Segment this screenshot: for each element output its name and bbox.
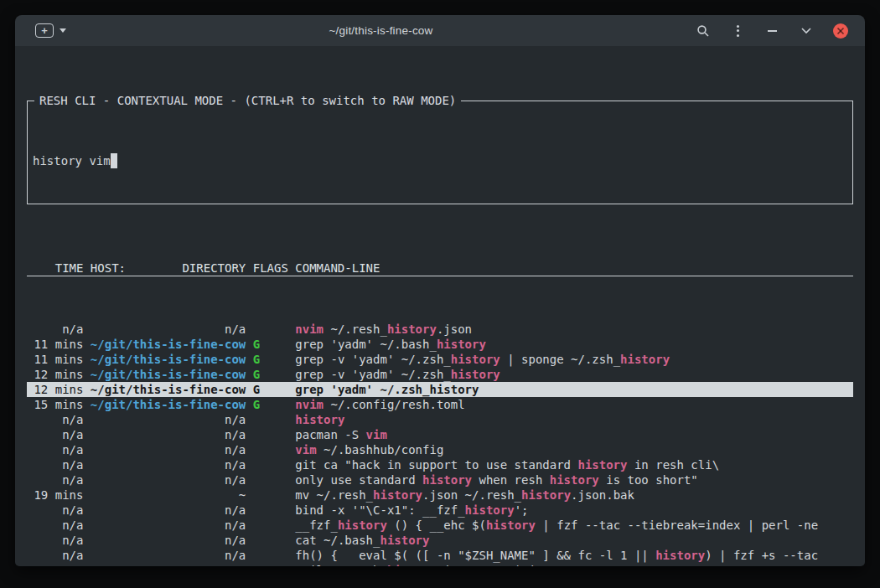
- text-segment: history: [486, 518, 536, 532]
- text-segment: history: [338, 518, 387, 532]
- text-segment: git ca "hack in support to use standard: [295, 458, 577, 472]
- resh-mode-legend: RESH CLI - CONTEXTUAL MODE - (CTRL+R to …: [34, 93, 461, 108]
- text-segment: [253, 488, 296, 502]
- text-segment: n/a: [27, 503, 91, 517]
- search-icon[interactable]: [696, 23, 711, 39]
- text-segment: nvim: [295, 322, 324, 336]
- window-title: ~/git/this-is-fine-cow: [66, 24, 696, 37]
- history-row[interactable]: n/a n/a __fzf_history () { __ehc $(histo…: [27, 518, 853, 533]
- text-segment: n/a: [91, 518, 253, 532]
- text-segment: n/a: [91, 458, 253, 472]
- text-segment: 11 mins: [27, 338, 91, 351]
- text-segment: 11 mins: [27, 353, 91, 366]
- text-segment: 19 mins: [27, 488, 91, 502]
- menu-kebab-icon[interactable]: [730, 23, 745, 39]
- terminal-content: RESH CLI - CONTEXTUAL MODE - (CTRL+R to …: [15, 46, 865, 566]
- history-row[interactable]: n/a n/a git ca "hack in support to use s…: [27, 457, 853, 472]
- history-row[interactable]: n/a n/a tail ~/.resh_history.json -n 1 |…: [27, 563, 853, 566]
- history-row[interactable]: n/a n/a bind -x '"\C-x1": __fzf_history'…: [27, 503, 853, 518]
- history-row[interactable]: 12 mins ~/git/this-is-fine-cow G grep -v…: [27, 367, 853, 382]
- text-segment: grep 'yadm' ~/.zsh_history: [295, 383, 479, 396]
- text-segment: vim: [295, 443, 316, 456]
- titlebar-left-controls: +: [35, 23, 66, 38]
- text-segment: n/a: [27, 534, 91, 547]
- text-segment: history: [577, 458, 627, 472]
- text-segment: | sponge ~/.zsh_: [500, 353, 620, 366]
- text-segment: history: [620, 353, 670, 366]
- text-segment: 12 mins: [27, 383, 91, 396]
- text-segment: .json: [437, 322, 472, 336]
- text-segment: n/a: [27, 443, 91, 456]
- plus-icon: +: [41, 25, 48, 36]
- text-segment: mv ~/.resh_: [295, 488, 373, 502]
- history-row[interactable]: n/a n/a cat ~/.bash_history: [27, 533, 853, 548]
- history-row[interactable]: n/a n/a pacman -S vim: [27, 427, 853, 442]
- text-segment: cat ~/.bash_: [295, 534, 380, 547]
- text-segment: history: [387, 322, 437, 336]
- text-segment: ~/git/this-is-fine-cow: [91, 398, 253, 411]
- text-segment: G: [253, 338, 296, 351]
- text-segment: n/a: [27, 428, 91, 441]
- text-segment: | fzf --tac --tiebreak=index | perl -ne: [536, 518, 818, 532]
- text-segment: n/a: [91, 549, 253, 562]
- titlebar[interactable]: + ~/git/this-is-fine-cow: [15, 15, 865, 46]
- text-segment: vim: [366, 428, 387, 441]
- text-segment: grep -v 'yadm' ~/.zsh_: [295, 368, 450, 381]
- text-segment: [253, 549, 296, 562]
- resh-search-box[interactable]: RESH CLI - CONTEXTUAL MODE - (CTRL+R to …: [27, 101, 853, 204]
- history-row[interactable]: 19 mins ~ mv ~/.resh_history.json ~/.res…: [27, 487, 853, 503]
- text-segment: n/a: [91, 428, 253, 441]
- text-segment: history: [380, 534, 429, 547]
- chevron-down-icon[interactable]: [60, 28, 66, 33]
- history-row[interactable]: n/a n/a nvim ~/.resh_history.json: [27, 322, 853, 337]
- text-segment: n/a: [27, 549, 91, 562]
- history-row[interactable]: n/a n/a only use standard history when r…: [27, 472, 853, 487]
- text-segment: history: [465, 503, 515, 517]
- search-input[interactable]: history vim: [33, 153, 847, 168]
- text-segment: in resh cli\: [627, 458, 719, 472]
- text-segment: ~/.config/resh.toml: [324, 398, 465, 411]
- text-segment: 12 mins: [27, 368, 91, 381]
- text-segment: ~/git/this-is-fine-cow: [91, 383, 253, 396]
- text-segment: bind -x '"\C-x1": __fzf_: [295, 503, 464, 517]
- titlebar-right-controls: [696, 23, 848, 39]
- text-segment: [253, 564, 296, 566]
- text-segment: [253, 413, 296, 426]
- history-row[interactable]: n/a n/a fh() { eval $( ([ -n "$ZSH_NAME"…: [27, 548, 853, 563]
- text-segment: [253, 473, 296, 487]
- search-query-text: history vim: [33, 153, 111, 168]
- text-segment: ) | fzf +s --tac: [705, 549, 818, 562]
- text-segment: ~/git/this-is-fine-cow: [91, 353, 253, 366]
- text-segment: [253, 428, 296, 441]
- text-segment: ';: [515, 503, 529, 517]
- text-segment: history: [550, 473, 599, 487]
- history-row[interactable]: 11 mins ~/git/this-is-fine-cow G grep 'y…: [27, 337, 853, 352]
- history-row[interactable]: n/a n/a vim ~/.bashhub/config: [27, 442, 853, 457]
- history-row[interactable]: 11 mins ~/git/this-is-fine-cow G grep -v…: [27, 352, 853, 367]
- text-segment: history: [437, 338, 486, 351]
- text-segment: .json.bak: [571, 488, 634, 502]
- text-segment: ~/git/this-is-fine-cow: [91, 338, 253, 351]
- text-cursor: [111, 153, 117, 168]
- minimize-icon[interactable]: [764, 23, 779, 39]
- text-segment: tail ~/.resh_: [295, 564, 387, 566]
- text-segment: ~/.resh_: [324, 322, 387, 336]
- text-segment: G: [253, 398, 296, 411]
- text-segment: n/a: [27, 473, 91, 487]
- text-segment: ~/git/this-is-fine-cow: [91, 368, 253, 381]
- text-segment: nvim: [295, 398, 324, 411]
- text-segment: [253, 503, 296, 517]
- text-segment: n/a: [91, 534, 253, 547]
- terminal-window: + ~/git/this-is-fine-cow: [15, 15, 865, 566]
- text-segment: history: [655, 549, 705, 562]
- restore-icon[interactable]: [799, 23, 814, 39]
- new-tab-button[interactable]: +: [35, 23, 54, 38]
- history-row[interactable]: 15 mins ~/git/this-is-fine-cow G nvim ~/…: [27, 397, 853, 412]
- history-row-selected[interactable]: 12 mins ~/git/this-is-fine-cow G grep 'y…: [27, 382, 853, 397]
- close-button[interactable]: [833, 23, 848, 39]
- text-segment: n/a: [91, 322, 253, 336]
- history-row[interactable]: n/a n/a history: [27, 412, 853, 427]
- text-segment: n/a: [27, 564, 91, 566]
- text-segment: () { __ehc $(: [387, 518, 486, 532]
- text-segment: n/a: [91, 503, 253, 517]
